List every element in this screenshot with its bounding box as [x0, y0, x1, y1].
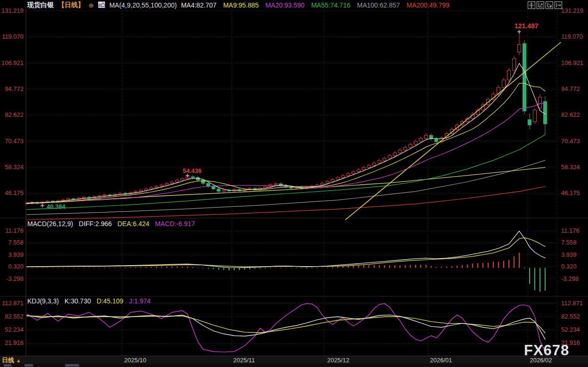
candle-up[interactable] — [378, 161, 381, 163]
candle-up[interactable] — [368, 165, 371, 168]
price-tick-left: 94.772 — [5, 85, 24, 92]
candle-up[interactable] — [393, 153, 397, 155]
ma200-line — [27, 187, 545, 220]
candle-up[interactable] — [533, 110, 537, 122]
candle-up[interactable] — [119, 193, 122, 194]
expand-icon[interactable]: ⊕ — [89, 2, 94, 9]
candle-up[interactable] — [513, 58, 516, 70]
scrollbar-thumb[interactable] — [24, 364, 33, 367]
ma-settings-label: MA(4,9,20,55,100,200) — [109, 1, 177, 9]
k-line — [27, 315, 545, 340]
candle-down[interactable] — [435, 139, 438, 141]
candle-up[interactable] — [181, 179, 184, 180]
candle-up[interactable] — [171, 182, 174, 183]
scale-right-icon[interactable] — [546, 1, 553, 9]
kdj-header: KDJ(9,3,3)K:30.730D:45.109J:1.974 — [27, 297, 151, 305]
pan-right-icon[interactable] — [555, 1, 562, 9]
candle-up[interactable] — [352, 172, 355, 174]
candle-down[interactable] — [207, 183, 210, 186]
kdj-header-item: J:1.974 — [129, 297, 151, 305]
month-axis: 2025/102025/112025/122026/012026/02 — [0, 356, 588, 364]
candle-up[interactable] — [82, 197, 86, 198]
candle-up[interactable] — [67, 199, 70, 200]
period-selector-label: 日线 — [2, 357, 14, 364]
candle-down[interactable] — [528, 120, 531, 125]
period-selector[interactable]: 日线 ▲ — [2, 356, 21, 365]
candle-up[interactable] — [103, 195, 106, 196]
candle-up[interactable] — [507, 70, 511, 80]
candle-up[interactable] — [150, 188, 153, 189]
candle-up[interactable] — [326, 181, 329, 183]
macd-tick-left: 11.176 — [5, 227, 24, 234]
candle-down[interactable] — [544, 101, 547, 124]
candle-up[interactable] — [46, 201, 49, 202]
price-tick-right: 94.772 — [561, 85, 580, 92]
candle-up[interactable] — [139, 190, 143, 192]
candle-up[interactable] — [176, 180, 179, 182]
candle-up[interactable] — [425, 135, 428, 138]
kdj-tick-left: 112.871 — [2, 300, 24, 307]
candle-up[interactable] — [357, 170, 360, 172]
candle-down[interactable] — [124, 193, 127, 194]
candle-up[interactable] — [409, 144, 412, 147]
toolbar — [528, 1, 562, 9]
price-tick-right: 82.622 — [561, 111, 580, 118]
chart-canvas[interactable]: 131.219131.219119.070119.070106.921106.9… — [0, 0, 588, 367]
candle-up[interactable] — [373, 163, 376, 165]
candle-up[interactable] — [165, 184, 169, 185]
candle-up[interactable] — [222, 190, 226, 191]
candle-up[interactable] — [518, 45, 521, 52]
candle-up[interactable] — [399, 150, 402, 153]
candle-up[interactable] — [336, 178, 340, 179]
candle-down[interactable] — [523, 43, 526, 111]
candle-up[interactable] — [331, 179, 335, 181]
price-tick-left: 58.324 — [5, 163, 24, 171]
candle-up[interactable] — [404, 147, 407, 150]
candle-up[interactable] — [347, 174, 350, 176]
macd-header: MACD(26,12,9)DIFF:2.966DEA:6.424MACD:-6.… — [27, 220, 195, 228]
candle-down[interactable] — [217, 189, 220, 191]
month-label: 2026/01 — [430, 357, 452, 364]
kdj-header-item: K:30.730 — [65, 297, 91, 305]
period-badge[interactable]: 【日线】 — [58, 1, 84, 9]
candle-up[interactable] — [274, 184, 278, 185]
candle-up[interactable] — [419, 139, 423, 141]
candle-up[interactable] — [316, 185, 319, 186]
diff-line — [27, 231, 545, 268]
macd-tick-right: 0.320 — [561, 263, 577, 270]
candle-up[interactable] — [502, 80, 506, 88]
macd-tick-left: 7.558 — [8, 239, 24, 246]
candle-up[interactable] — [145, 189, 148, 190]
candle-up[interactable] — [342, 176, 345, 178]
candle-up[interactable] — [383, 158, 386, 161]
chart-window: 131.219131.219119.070119.070106.921106.9… — [0, 0, 588, 367]
month-label: 2025/12 — [327, 357, 350, 364]
candle-down[interactable] — [196, 178, 200, 180]
chart-type-icon[interactable] — [98, 1, 105, 9]
candle-down[interactable] — [191, 177, 195, 178]
price-tick-right: 119.070 — [561, 33, 583, 40]
scale-left-icon[interactable] — [537, 1, 544, 9]
chart-header: 现货白银 【日线】 ⊕ MA(4,9,20,55,100,200) MA4:82… — [27, 1, 449, 9]
kdj-tick-right: 52.234 — [561, 326, 580, 333]
candle-up[interactable] — [321, 183, 324, 185]
macd-tick-right: 3.939 — [561, 251, 577, 258]
scrollbar-thumb[interactable] — [65, 364, 79, 367]
candle-up[interactable] — [388, 155, 392, 158]
crosshair-tool-icon[interactable] — [528, 1, 535, 9]
candle-up[interactable] — [160, 185, 163, 187]
macd-header-item: DEA:6.424 — [117, 220, 149, 228]
price-tick-right: 46.175 — [561, 189, 580, 196]
candle-up[interactable] — [539, 97, 542, 108]
kdj-header-item: D:45.109 — [97, 297, 123, 305]
candle-down[interactable] — [212, 187, 215, 189]
price-tick-left: 82.622 — [5, 111, 24, 118]
price-tick-right: 131.219 — [561, 7, 583, 14]
candle-up[interactable] — [155, 187, 158, 188]
price-tick-left: 46.175 — [5, 189, 24, 196]
candle-up[interactable] — [362, 167, 366, 170]
scrollbar[interactable] — [0, 364, 588, 367]
kdj-tick-left: 82.552 — [5, 313, 24, 320]
watermark: FX678 — [524, 342, 569, 359]
candle-up[interactable] — [414, 141, 417, 144]
